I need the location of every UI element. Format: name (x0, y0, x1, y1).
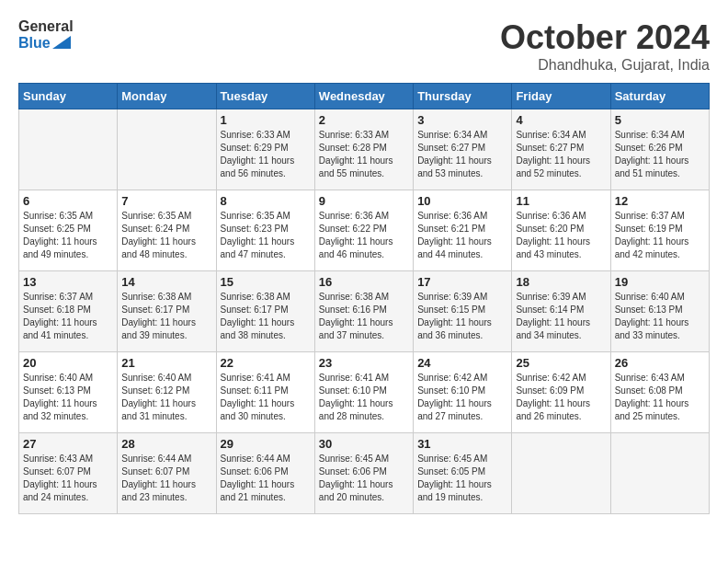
day-number: 16 (319, 275, 409, 289)
day-info: Sunrise: 6:35 AM Sunset: 6:25 PM Dayligh… (23, 210, 113, 261)
day-cell: 2Sunrise: 6:33 AM Sunset: 6:28 PM Daylig… (314, 109, 413, 190)
day-cell: 31Sunrise: 6:45 AM Sunset: 6:05 PM Dayli… (414, 433, 512, 514)
day-cell: 6Sunrise: 6:35 AM Sunset: 6:25 PM Daylig… (19, 190, 118, 271)
day-number: 2 (319, 113, 409, 127)
month-title: October 2024 (500, 18, 710, 57)
day-number: 19 (615, 275, 705, 289)
day-number: 21 (121, 356, 211, 370)
day-number: 31 (417, 437, 507, 451)
day-header-monday: Monday (118, 84, 216, 109)
day-number: 3 (417, 113, 507, 127)
day-number: 15 (221, 275, 311, 289)
day-number: 29 (221, 437, 311, 451)
day-cell: 19Sunrise: 6:40 AM Sunset: 6:13 PM Dayli… (610, 271, 709, 352)
day-info: Sunrise: 6:43 AM Sunset: 6:07 PM Dayligh… (23, 453, 113, 504)
day-number: 11 (516, 194, 606, 208)
day-info: Sunrise: 6:41 AM Sunset: 6:11 PM Dayligh… (221, 372, 311, 423)
day-number: 14 (121, 275, 211, 289)
logo-general: General (18, 18, 74, 35)
day-info: Sunrise: 6:45 AM Sunset: 6:05 PM Dayligh… (417, 453, 507, 504)
day-number: 24 (417, 356, 507, 370)
calendar-table: SundayMondayTuesdayWednesdayThursdayFrid… (18, 83, 710, 514)
day-header-wednesday: Wednesday (314, 84, 413, 109)
day-info: Sunrise: 6:42 AM Sunset: 6:09 PM Dayligh… (516, 372, 606, 423)
day-info: Sunrise: 6:42 AM Sunset: 6:10 PM Dayligh… (417, 372, 507, 423)
day-cell (610, 433, 709, 514)
day-info: Sunrise: 6:38 AM Sunset: 6:17 PM Dayligh… (221, 291, 311, 342)
day-number: 9 (319, 194, 409, 208)
day-cell: 8Sunrise: 6:35 AM Sunset: 6:23 PM Daylig… (216, 190, 314, 271)
svg-marker-0 (52, 36, 71, 49)
day-number: 10 (417, 194, 507, 208)
day-cell: 9Sunrise: 6:36 AM Sunset: 6:22 PM Daylig… (314, 190, 413, 271)
day-header-thursday: Thursday (414, 84, 512, 109)
day-info: Sunrise: 6:40 AM Sunset: 6:13 PM Dayligh… (23, 372, 113, 423)
day-number: 1 (221, 113, 311, 127)
day-number: 13 (23, 275, 113, 289)
day-info: Sunrise: 6:40 AM Sunset: 6:13 PM Dayligh… (615, 291, 705, 342)
day-info: Sunrise: 6:40 AM Sunset: 6:12 PM Dayligh… (121, 372, 211, 423)
week-row-4: 20Sunrise: 6:40 AM Sunset: 6:13 PM Dayli… (19, 352, 710, 433)
day-cell: 18Sunrise: 6:39 AM Sunset: 6:14 PM Dayli… (512, 271, 610, 352)
day-cell: 30Sunrise: 6:45 AM Sunset: 6:06 PM Dayli… (314, 433, 413, 514)
day-info: Sunrise: 6:39 AM Sunset: 6:15 PM Dayligh… (417, 291, 507, 342)
day-cell: 17Sunrise: 6:39 AM Sunset: 6:15 PM Dayli… (414, 271, 512, 352)
day-number: 22 (221, 356, 311, 370)
logo-container: General Blue (18, 18, 74, 51)
day-cell (512, 433, 610, 514)
day-cell: 14Sunrise: 6:38 AM Sunset: 6:17 PM Dayli… (118, 271, 216, 352)
day-cell: 1Sunrise: 6:33 AM Sunset: 6:29 PM Daylig… (216, 109, 314, 190)
day-cell: 20Sunrise: 6:40 AM Sunset: 6:13 PM Dayli… (19, 352, 118, 433)
day-info: Sunrise: 6:39 AM Sunset: 6:14 PM Dayligh… (516, 291, 606, 342)
day-cell: 10Sunrise: 6:36 AM Sunset: 6:21 PM Dayli… (414, 190, 512, 271)
logo: General Blue (18, 18, 74, 51)
title-block: October 2024 Dhandhuka, Gujarat, India (500, 18, 710, 74)
day-cell: 4Sunrise: 6:34 AM Sunset: 6:27 PM Daylig… (512, 109, 610, 190)
day-number: 18 (516, 275, 606, 289)
week-row-5: 27Sunrise: 6:43 AM Sunset: 6:07 PM Dayli… (19, 433, 710, 514)
day-cell: 28Sunrise: 6:44 AM Sunset: 6:07 PM Dayli… (118, 433, 216, 514)
day-info: Sunrise: 6:35 AM Sunset: 6:23 PM Dayligh… (221, 210, 311, 261)
day-cell: 16Sunrise: 6:38 AM Sunset: 6:16 PM Dayli… (314, 271, 413, 352)
day-cell: 23Sunrise: 6:41 AM Sunset: 6:10 PM Dayli… (314, 352, 413, 433)
page-header: General Blue October 2024 Dhandhuka, Guj… (18, 18, 710, 74)
day-header-tuesday: Tuesday (216, 84, 314, 109)
day-info: Sunrise: 6:37 AM Sunset: 6:18 PM Dayligh… (23, 291, 113, 342)
day-cell: 11Sunrise: 6:36 AM Sunset: 6:20 PM Dayli… (512, 190, 610, 271)
day-header-sunday: Sunday (19, 84, 118, 109)
week-row-2: 6Sunrise: 6:35 AM Sunset: 6:25 PM Daylig… (19, 190, 710, 271)
day-cell (19, 109, 118, 190)
day-number: 12 (615, 194, 705, 208)
day-number: 28 (121, 437, 211, 451)
week-row-3: 13Sunrise: 6:37 AM Sunset: 6:18 PM Dayli… (19, 271, 710, 352)
day-number: 6 (23, 194, 113, 208)
day-info: Sunrise: 6:44 AM Sunset: 6:07 PM Dayligh… (121, 453, 211, 504)
day-number: 20 (23, 356, 113, 370)
day-info: Sunrise: 6:37 AM Sunset: 6:19 PM Dayligh… (615, 210, 705, 261)
day-cell: 13Sunrise: 6:37 AM Sunset: 6:18 PM Dayli… (19, 271, 118, 352)
day-number: 5 (615, 113, 705, 127)
day-number: 23 (319, 356, 409, 370)
days-header-row: SundayMondayTuesdayWednesdayThursdayFrid… (19, 84, 710, 109)
day-info: Sunrise: 6:38 AM Sunset: 6:16 PM Dayligh… (319, 291, 409, 342)
logo-blue: Blue (18, 35, 51, 52)
day-info: Sunrise: 6:43 AM Sunset: 6:08 PM Dayligh… (615, 372, 705, 423)
day-cell: 29Sunrise: 6:44 AM Sunset: 6:06 PM Dayli… (216, 433, 314, 514)
day-number: 26 (615, 356, 705, 370)
day-number: 30 (319, 437, 409, 451)
day-cell: 22Sunrise: 6:41 AM Sunset: 6:11 PM Dayli… (216, 352, 314, 433)
day-info: Sunrise: 6:36 AM Sunset: 6:22 PM Dayligh… (319, 210, 409, 261)
day-cell: 7Sunrise: 6:35 AM Sunset: 6:24 PM Daylig… (118, 190, 216, 271)
week-row-1: 1Sunrise: 6:33 AM Sunset: 6:29 PM Daylig… (19, 109, 710, 190)
day-info: Sunrise: 6:33 AM Sunset: 6:29 PM Dayligh… (221, 129, 311, 180)
day-info: Sunrise: 6:36 AM Sunset: 6:20 PM Dayligh… (516, 210, 606, 261)
logo-arrow-icon (52, 36, 71, 49)
day-number: 4 (516, 113, 606, 127)
day-cell: 27Sunrise: 6:43 AM Sunset: 6:07 PM Dayli… (19, 433, 118, 514)
day-info: Sunrise: 6:45 AM Sunset: 6:06 PM Dayligh… (319, 453, 409, 504)
day-number: 8 (221, 194, 311, 208)
day-cell: 25Sunrise: 6:42 AM Sunset: 6:09 PM Dayli… (512, 352, 610, 433)
day-header-friday: Friday (512, 84, 610, 109)
day-number: 17 (417, 275, 507, 289)
day-info: Sunrise: 6:35 AM Sunset: 6:24 PM Dayligh… (121, 210, 211, 261)
